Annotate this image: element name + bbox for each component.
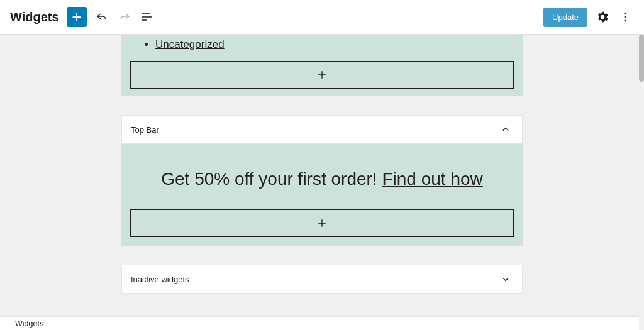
plus-icon bbox=[316, 217, 328, 229]
settings-button[interactable] bbox=[591, 6, 614, 28]
widget-area-body: Uncategorized bbox=[121, 35, 523, 96]
categories-block[interactable]: Uncategorized bbox=[130, 35, 514, 61]
gear-icon bbox=[596, 10, 609, 24]
update-button[interactable]: Update bbox=[543, 8, 587, 27]
more-vertical-icon bbox=[619, 11, 631, 23]
paragraph-block[interactable]: Get 50% off your first order! Find out h… bbox=[130, 169, 514, 189]
add-block-appender[interactable] bbox=[130, 61, 514, 89]
add-block-appender[interactable] bbox=[130, 209, 514, 237]
scrollbar-thumb[interactable] bbox=[639, 35, 644, 82]
editor-toolbar: Widgets Update bbox=[0, 0, 644, 35]
svg-point-1 bbox=[625, 16, 626, 18]
widget-area-top-bar: Top Bar Get 50% off your first order! Fi… bbox=[121, 115, 523, 246]
page-title: Widgets bbox=[10, 10, 59, 25]
add-block-button[interactable] bbox=[67, 7, 87, 27]
category-link[interactable]: Uncategorized bbox=[155, 38, 225, 50]
chevron-down-icon bbox=[499, 273, 512, 285]
editor-canvas: Uncategorized Top Bar Get 50% bbox=[0, 35, 644, 316]
more-options-button[interactable] bbox=[614, 6, 636, 28]
undo-button[interactable] bbox=[91, 6, 113, 28]
widget-area-header[interactable]: Top Bar bbox=[121, 115, 523, 144]
block-breadcrumb[interactable]: Widgets bbox=[0, 316, 639, 330]
svg-point-2 bbox=[625, 20, 626, 22]
list-view-icon bbox=[140, 9, 155, 25]
promo-text: Get 50% off your first order! bbox=[161, 169, 382, 189]
widget-area-inactive: Inactive widgets bbox=[121, 265, 523, 294]
undo-icon bbox=[94, 9, 109, 25]
redo-button[interactable] bbox=[113, 6, 136, 28]
chevron-up-icon bbox=[499, 123, 512, 136]
breadcrumb-item[interactable]: Widgets bbox=[15, 319, 43, 328]
redo-icon bbox=[117, 9, 132, 25]
widget-area-title: Top Bar bbox=[131, 125, 159, 135]
widget-area-title: Inactive widgets bbox=[131, 275, 189, 284]
category-item: Uncategorized bbox=[155, 38, 514, 51]
widget-area-body: Get 50% off your first order! Find out h… bbox=[121, 144, 523, 246]
list-view-button[interactable] bbox=[136, 6, 158, 28]
plus-icon bbox=[70, 10, 84, 24]
svg-point-0 bbox=[625, 13, 626, 14]
promo-link[interactable]: Find out how bbox=[382, 169, 482, 189]
widget-area-header[interactable]: Inactive widgets bbox=[121, 265, 523, 294]
plus-icon bbox=[316, 69, 328, 81]
